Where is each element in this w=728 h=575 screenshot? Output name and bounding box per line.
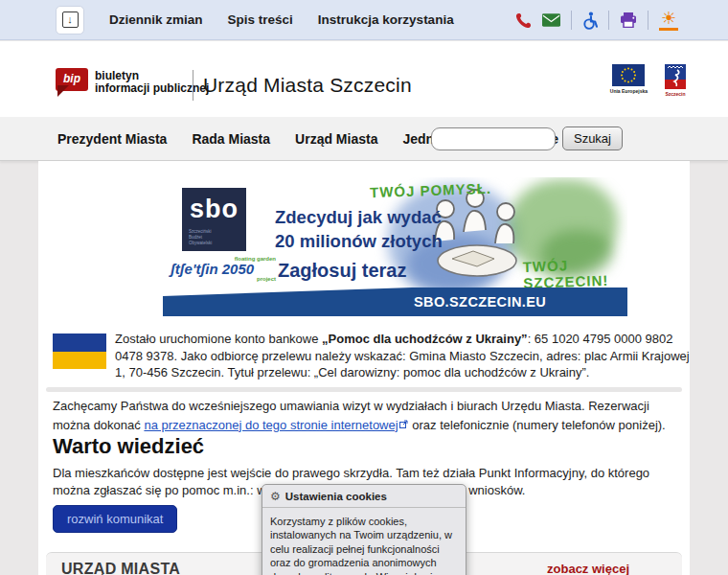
banner-url-band: SBO.SZCZECIN.EU (163, 288, 627, 316)
section-title-urzad-miasta: URZĄD MIASTA (61, 561, 180, 575)
search-input[interactable] (431, 127, 556, 150)
site-header: bip biuletyn informacji publicznej Urząd… (0, 41, 728, 117)
see-more-link[interactable]: zobacz więcej (547, 562, 629, 575)
banner-tagline-2: TWÓJ SZCZECIN! (522, 255, 627, 291)
cookie-settings-popup: ⚙ Ustawienia cookies Korzystamy z plików… (262, 484, 466, 575)
cookie-popup-body: Korzystamy z plików cookies, instalowany… (262, 508, 466, 575)
ukraine-flag-icon (53, 334, 106, 369)
reservation-link[interactable]: na przeznaczonej do tego stronie interne… (144, 418, 398, 432)
bip-bubble-text: bip (56, 72, 88, 85)
ukraine-aid-notice: Zostało uruchomione konto bankowe „Pomoc… (115, 331, 690, 381)
eu-flag-label: Unia Europejska (610, 88, 648, 94)
nav-urzad-miasta[interactable]: Urząd Miasta (295, 131, 377, 147)
section-divider (46, 387, 682, 392)
szczecin-logo-label: Szczecin (665, 91, 685, 97)
nav-rada-miasta[interactable]: Rada Miasta (192, 131, 270, 147)
eu-flag-icon (612, 64, 645, 86)
header-logos: Unia Europejska Szczecin (610, 64, 686, 97)
accessibility-icon[interactable] (582, 12, 598, 30)
banner-url[interactable]: SBO.SZCZECIN.EU (414, 294, 546, 310)
visit-reservation-text: Zachęcamy Państwa do wcześniejszego umaw… (53, 398, 687, 434)
szczecin-2050-logo: floating garden ʃtʃe'tʃin 2050 project (171, 256, 276, 283)
cookie-popup-header[interactable]: ⚙ Ustawienia cookies (262, 485, 466, 508)
header-separator (193, 70, 193, 101)
banner-headline: Zdecyduj jak wydać 20 milionów złotych (275, 205, 443, 253)
link-instrukcja[interactable]: Instrukcja korzystania (318, 12, 454, 27)
email-icon[interactable] (542, 13, 560, 27)
bip-logo[interactable]: bip biuletyn informacji publicznej (56, 68, 209, 95)
down-arrow-icon: ↓ (62, 12, 79, 28)
banner-cta-text[interactable]: Zagłosuj teraz (278, 260, 406, 282)
link-spis-tresci[interactable]: Spis treści (228, 12, 293, 27)
search-area: Szukaj (431, 126, 623, 150)
nav-prezydent-miasta[interactable]: Prezydent Miasta (57, 131, 167, 147)
icon-separator (648, 11, 648, 30)
section-title-warto-wiedziec: Warto wiedzieć (53, 434, 204, 459)
page-title: Urząd Miasta Szczecin (203, 74, 412, 97)
ukraine-aid-bold: „Pomoc dla uchodźców z Ukrainy” (322, 332, 528, 346)
icon-separator (571, 11, 572, 30)
link-dziennik-zmian[interactable]: Dziennik zmian (109, 12, 203, 27)
szczecin-crest-icon (665, 64, 686, 89)
sbo-banner[interactable]: sbo Szczeciński Budżet Obywatelski float… (163, 177, 627, 316)
skip-to-content-button[interactable]: ↓ (56, 6, 84, 34)
bip-bubble-icon: bip (56, 68, 88, 91)
search-button[interactable]: Szukaj (562, 126, 623, 150)
icon-separator (608, 11, 609, 30)
phone-icon[interactable] (515, 12, 532, 29)
printer-icon[interactable] (620, 12, 637, 28)
utility-icons: ☀ (515, 0, 678, 40)
expand-message-button[interactable]: rozwiń komunikat (53, 505, 177, 533)
main-navigation: Prezydent Miasta Rada Miasta Urząd Miast… (0, 117, 728, 161)
gear-icon: ⚙ (270, 491, 281, 502)
eu-flag-logo: Unia Europejska (610, 64, 648, 97)
cookie-popup-title: Ustawienia cookies (285, 491, 387, 502)
sbo-logo: sbo Szczeciński Budżet Obywatelski (182, 188, 246, 251)
external-link-icon (399, 416, 408, 434)
top-utility-bar: ↓ Dziennik zmian Spis treści Instrukcja … (0, 0, 728, 40)
contrast-icon[interactable]: ☀ (659, 10, 678, 31)
page: ↓ Dziennik zmian Spis treści Instrukcja … (0, 0, 728, 575)
sun-glyph: ☀ (661, 10, 676, 27)
szczecin-logo: Szczecin (665, 64, 686, 97)
